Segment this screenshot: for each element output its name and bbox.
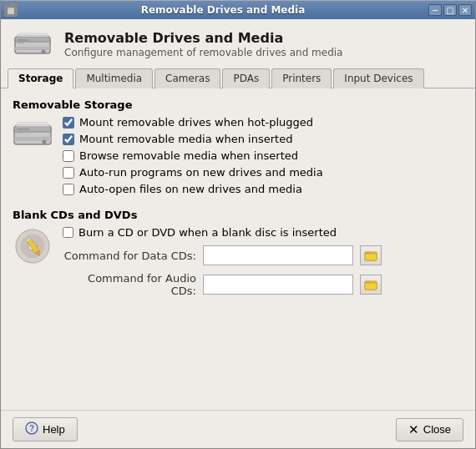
svg-rect-6: [17, 35, 48, 37]
checkbox-autoopen-label: Auto-open files on new drives and media: [79, 183, 302, 195]
help-icon: ?: [25, 421, 38, 437]
checkbox-autorun[interactable]: [63, 167, 74, 179]
titlebar-title: Removable Drives and Media: [18, 4, 428, 16]
burn-checkbox-row: Burn a CD or DVD when a blank disc is in…: [63, 226, 382, 239]
titlebar-buttons: ─ □ ✕: [428, 4, 472, 16]
svg-point-11: [43, 140, 47, 144]
header-text: Removable Drives and Media Configure man…: [64, 30, 342, 59]
command-audio-input[interactable]: [203, 275, 353, 295]
checkbox-mount-media-label: Mount removable media when inserted: [79, 133, 292, 145]
svg-rect-14: [16, 124, 49, 127]
checkbox-browse-media-label: Browse removable media when inserted: [79, 149, 298, 162]
browse-data-button[interactable]: [360, 245, 382, 265]
checkbox-row-0: Mount removable drives when hot-plugged: [63, 116, 323, 129]
minimize-button[interactable]: ─: [428, 4, 442, 16]
svg-rect-13: [17, 132, 25, 134]
svg-rect-24: [365, 254, 377, 260]
checkboxes-group: Mount removable drives when hot-plugged …: [63, 116, 323, 195]
svg-rect-12: [17, 129, 30, 130]
command-audio-label: Command for Audio CDs:: [63, 272, 196, 297]
burn-label: Burn a CD or DVD when a blank disc is in…: [78, 226, 337, 239]
folder-icon-2: [364, 278, 377, 291]
removable-storage-section: Removable Storage: [13, 98, 463, 195]
blank-cds-title: Blank CDs and DVDs: [13, 209, 463, 221]
checkbox-mount-drives[interactable]: [63, 117, 74, 129]
footer: ? Help ✕ Close: [1, 410, 475, 448]
checkbox-autorun-label: Auto-run programs on new drives and medi…: [79, 166, 323, 179]
window-icon-symbol: ■: [7, 6, 14, 15]
main-window: ■ Removable Drives and Media ─ □ ✕ Re: [0, 0, 476, 449]
help-button[interactable]: ? Help: [13, 417, 78, 441]
svg-rect-15: [18, 123, 48, 125]
svg-rect-5: [18, 43, 24, 44]
checkbox-mount-media[interactable]: [63, 134, 74, 145]
titlebar: ■ Removable Drives and Media ─ □ ✕: [1, 1, 475, 19]
checkbox-mount-drives-label: Mount removable drives when hot-plugged: [79, 116, 313, 129]
cd-controls: Burn a CD or DVD when a blank disc is in…: [63, 226, 382, 297]
checkbox-row-3: Auto-run programs on new drives and medi…: [63, 166, 323, 179]
tab-cameras[interactable]: Cameras: [154, 68, 220, 88]
close-label: Close: [423, 423, 451, 436]
blank-cds-section: Blank CDs and DVDs: [13, 209, 463, 297]
checkbox-row-2: Browse removable media when inserted: [63, 149, 323, 162]
browse-audio-button[interactable]: [360, 275, 382, 295]
checkbox-row-4: Auto-open files on new drives and media: [63, 183, 323, 195]
svg-point-3: [42, 50, 46, 54]
blank-cds-inner: Burn a CD or DVD when a blank disc is in…: [13, 226, 463, 297]
drive-icon: [13, 30, 52, 58]
removable-storage-inner: Mount removable drives when hot-plugged …: [13, 116, 463, 195]
svg-rect-7: [18, 33, 47, 35]
removable-storage-title: Removable Storage: [13, 98, 463, 111]
window-icon: ■: [4, 3, 18, 17]
app-title: Removable Drives and Media: [64, 30, 342, 48]
header-section: Removable Drives and Media Configure man…: [1, 19, 475, 68]
folder-icon: [364, 249, 377, 262]
content-area: Removable Storage: [1, 88, 475, 410]
maximize-button[interactable]: □: [443, 4, 457, 16]
command-data-input[interactable]: [203, 245, 353, 265]
tab-printers[interactable]: Printers: [271, 68, 332, 88]
tabs-bar: Storage Multimedia Cameras PDAs Printers…: [1, 68, 475, 88]
cd-icon: [13, 226, 53, 269]
checkbox-row-1: Mount removable media when inserted: [63, 133, 323, 145]
command-data-label: Command for Data CDs:: [63, 250, 196, 262]
tab-storage[interactable]: Storage: [8, 68, 73, 88]
svg-rect-2: [15, 47, 50, 50]
close-window-button[interactable]: ✕: [458, 4, 472, 16]
tab-pdas[interactable]: PDAs: [222, 68, 270, 88]
app-subtitle: Configure management of removable drives…: [64, 47, 342, 58]
svg-text:?: ?: [29, 424, 34, 433]
checkbox-browse-media[interactable]: [63, 150, 74, 162]
checkbox-burn[interactable]: [63, 227, 73, 238]
tab-multimedia[interactable]: Multimedia: [75, 68, 153, 88]
close-icon: ✕: [408, 422, 419, 437]
storage-drive-icon: [13, 119, 53, 154]
command-audio-row: Command for Audio CDs:: [63, 272, 382, 297]
svg-rect-4: [18, 39, 29, 41]
svg-rect-26: [365, 283, 377, 290]
close-button[interactable]: ✕ Close: [396, 418, 463, 441]
app-icon: [13, 29, 53, 59]
command-data-row: Command for Data CDs:: [63, 245, 382, 265]
tab-input-devices[interactable]: Input Devices: [333, 68, 423, 88]
checkbox-autoopen[interactable]: [63, 184, 74, 195]
help-label: Help: [43, 423, 65, 436]
